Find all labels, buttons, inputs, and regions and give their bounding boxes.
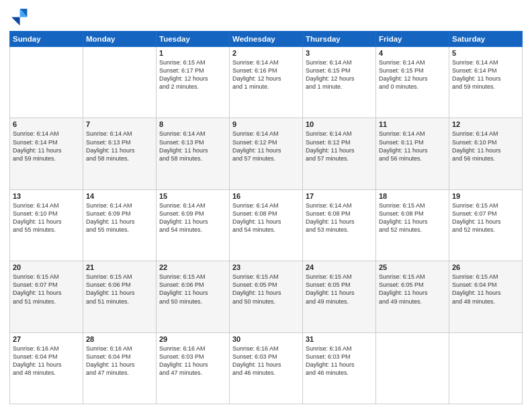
calendar-cell: 22Sunrise: 6:15 AM Sunset: 6:06 PM Dayli… — [157, 261, 230, 332]
day-info: Sunrise: 6:14 AM Sunset: 6:10 PM Dayligh… — [452, 130, 519, 163]
day-number: 12 — [452, 120, 519, 128]
calendar-table: SundayMondayTuesdayWednesdayThursdayFrid… — [9, 31, 523, 404]
calendar-cell: 5Sunrise: 6:14 AM Sunset: 6:14 PM Daylig… — [449, 47, 523, 118]
day-number: 23 — [232, 263, 300, 271]
calendar-cell — [83, 47, 157, 118]
day-info: Sunrise: 6:14 AM Sunset: 6:10 PM Dayligh… — [13, 201, 80, 234]
calendar-cell: 17Sunrise: 6:14 AM Sunset: 6:08 PM Dayli… — [303, 189, 376, 261]
calendar-cell — [10, 47, 83, 118]
calendar-cell: 30Sunrise: 6:16 AM Sunset: 6:03 PM Dayli… — [230, 332, 303, 404]
calendar-cell: 13Sunrise: 6:14 AM Sunset: 6:10 PM Dayli… — [10, 189, 83, 261]
day-number: 6 — [13, 120, 80, 128]
day-number: 9 — [232, 120, 300, 128]
day-number: 7 — [86, 120, 153, 128]
day-number: 25 — [379, 263, 446, 271]
day-number: 13 — [13, 192, 80, 200]
day-info: Sunrise: 6:14 AM Sunset: 6:13 PM Dayligh… — [86, 130, 153, 163]
day-info: Sunrise: 6:15 AM Sunset: 6:06 PM Dayligh… — [86, 273, 153, 306]
calendar-cell: 8Sunrise: 6:14 AM Sunset: 6:13 PM Daylig… — [157, 118, 230, 189]
day-number: 10 — [306, 120, 373, 128]
day-info: Sunrise: 6:14 AM Sunset: 6:09 PM Dayligh… — [86, 201, 153, 234]
calendar-week-row: 20Sunrise: 6:15 AM Sunset: 6:07 PM Dayli… — [10, 261, 523, 332]
day-number: 18 — [379, 192, 446, 200]
day-info: Sunrise: 6:15 AM Sunset: 6:05 PM Dayligh… — [379, 273, 446, 306]
day-info: Sunrise: 6:14 AM Sunset: 6:15 PM Dayligh… — [379, 58, 446, 91]
day-info: Sunrise: 6:14 AM Sunset: 6:08 PM Dayligh… — [232, 201, 300, 234]
calendar-week-row: 13Sunrise: 6:14 AM Sunset: 6:10 PM Dayli… — [10, 189, 523, 261]
calendar-cell: 31Sunrise: 6:16 AM Sunset: 6:03 PM Dayli… — [303, 332, 376, 404]
day-info: Sunrise: 6:16 AM Sunset: 6:04 PM Dayligh… — [86, 345, 153, 377]
day-info: Sunrise: 6:15 AM Sunset: 6:05 PM Dayligh… — [306, 273, 373, 306]
calendar-cell — [449, 332, 523, 404]
header — [9, 7, 523, 26]
calendar-week-row: 6Sunrise: 6:14 AM Sunset: 6:14 PM Daylig… — [10, 118, 523, 189]
day-number: 22 — [159, 263, 226, 271]
day-number: 21 — [86, 263, 153, 271]
day-info: Sunrise: 6:14 AM Sunset: 6:14 PM Dayligh… — [13, 130, 80, 163]
day-info: Sunrise: 6:15 AM Sunset: 6:04 PM Dayligh… — [452, 273, 519, 306]
calendar-cell: 20Sunrise: 6:15 AM Sunset: 6:07 PM Dayli… — [10, 261, 83, 332]
calendar-cell: 18Sunrise: 6:15 AM Sunset: 6:08 PM Dayli… — [376, 189, 449, 261]
day-info: Sunrise: 6:14 AM Sunset: 6:14 PM Dayligh… — [452, 58, 519, 91]
day-number: 30 — [232, 335, 300, 343]
col-header-monday: Monday — [83, 32, 157, 47]
day-info: Sunrise: 6:16 AM Sunset: 6:03 PM Dayligh… — [306, 345, 373, 377]
calendar-cell: 29Sunrise: 6:16 AM Sunset: 6:03 PM Dayli… — [157, 332, 230, 404]
day-info: Sunrise: 6:14 AM Sunset: 6:12 PM Dayligh… — [306, 130, 373, 163]
day-number: 8 — [159, 120, 226, 128]
calendar-cell: 26Sunrise: 6:15 AM Sunset: 6:04 PM Dayli… — [449, 261, 523, 332]
day-info: Sunrise: 6:15 AM Sunset: 6:05 PM Dayligh… — [232, 273, 300, 306]
day-number: 26 — [452, 263, 519, 271]
day-number: 5 — [452, 49, 519, 57]
calendar-cell: 1Sunrise: 6:15 AM Sunset: 6:17 PM Daylig… — [157, 47, 230, 118]
day-info: Sunrise: 6:14 AM Sunset: 6:08 PM Dayligh… — [306, 201, 373, 234]
day-info: Sunrise: 6:14 AM Sunset: 6:13 PM Dayligh… — [159, 130, 226, 163]
col-header-sunday: Sunday — [10, 32, 83, 47]
day-number: 14 — [86, 192, 153, 200]
day-number: 31 — [306, 335, 373, 343]
day-number: 20 — [13, 263, 80, 271]
calendar-cell: 11Sunrise: 6:14 AM Sunset: 6:11 PM Dayli… — [376, 118, 449, 189]
day-number: 29 — [159, 335, 226, 343]
day-number: 19 — [452, 192, 519, 200]
day-number: 17 — [306, 192, 373, 200]
day-number: 4 — [379, 49, 446, 57]
day-info: Sunrise: 6:15 AM Sunset: 6:06 PM Dayligh… — [159, 273, 226, 306]
day-number: 2 — [232, 49, 300, 57]
calendar-header-row: SundayMondayTuesdayWednesdayThursdayFrid… — [10, 32, 523, 47]
logo-icon — [9, 7, 28, 26]
day-info: Sunrise: 6:15 AM Sunset: 6:17 PM Dayligh… — [159, 58, 226, 91]
col-header-saturday: Saturday — [449, 32, 523, 47]
calendar-cell: 2Sunrise: 6:14 AM Sunset: 6:16 PM Daylig… — [230, 47, 303, 118]
col-header-thursday: Thursday — [303, 32, 376, 47]
calendar-week-row: 27Sunrise: 6:16 AM Sunset: 6:04 PM Dayli… — [10, 332, 523, 404]
day-number: 11 — [379, 120, 446, 128]
day-number: 16 — [232, 192, 300, 200]
calendar-cell: 19Sunrise: 6:15 AM Sunset: 6:07 PM Dayli… — [449, 189, 523, 261]
col-header-tuesday: Tuesday — [157, 32, 230, 47]
day-number: 28 — [86, 335, 153, 343]
calendar-cell: 27Sunrise: 6:16 AM Sunset: 6:04 PM Dayli… — [10, 332, 83, 404]
day-info: Sunrise: 6:16 AM Sunset: 6:04 PM Dayligh… — [13, 345, 80, 377]
calendar-cell: 4Sunrise: 6:14 AM Sunset: 6:15 PM Daylig… — [376, 47, 449, 118]
day-info: Sunrise: 6:15 AM Sunset: 6:08 PM Dayligh… — [379, 201, 446, 234]
calendar-cell: 25Sunrise: 6:15 AM Sunset: 6:05 PM Dayli… — [376, 261, 449, 332]
calendar-cell: 9Sunrise: 6:14 AM Sunset: 6:12 PM Daylig… — [230, 118, 303, 189]
calendar-cell: 3Sunrise: 6:14 AM Sunset: 6:15 PM Daylig… — [303, 47, 376, 118]
day-info: Sunrise: 6:16 AM Sunset: 6:03 PM Dayligh… — [159, 345, 226, 377]
day-number: 27 — [13, 335, 80, 343]
day-info: Sunrise: 6:15 AM Sunset: 6:07 PM Dayligh… — [13, 273, 80, 306]
page: SundayMondayTuesdayWednesdayThursdayFrid… — [0, 0, 532, 411]
calendar-cell: 7Sunrise: 6:14 AM Sunset: 6:13 PM Daylig… — [83, 118, 157, 189]
day-info: Sunrise: 6:14 AM Sunset: 6:12 PM Dayligh… — [232, 130, 300, 163]
col-header-wednesday: Wednesday — [230, 32, 303, 47]
calendar-cell: 10Sunrise: 6:14 AM Sunset: 6:12 PM Dayli… — [303, 118, 376, 189]
day-info: Sunrise: 6:14 AM Sunset: 6:09 PM Dayligh… — [159, 201, 226, 234]
logo — [9, 7, 30, 26]
day-info: Sunrise: 6:14 AM Sunset: 6:15 PM Dayligh… — [306, 58, 373, 91]
svg-marker-2 — [11, 17, 19, 26]
day-number: 15 — [159, 192, 226, 200]
calendar-cell: 14Sunrise: 6:14 AM Sunset: 6:09 PM Dayli… — [83, 189, 157, 261]
day-number: 3 — [306, 49, 373, 57]
day-info: Sunrise: 6:14 AM Sunset: 6:11 PM Dayligh… — [379, 130, 446, 163]
